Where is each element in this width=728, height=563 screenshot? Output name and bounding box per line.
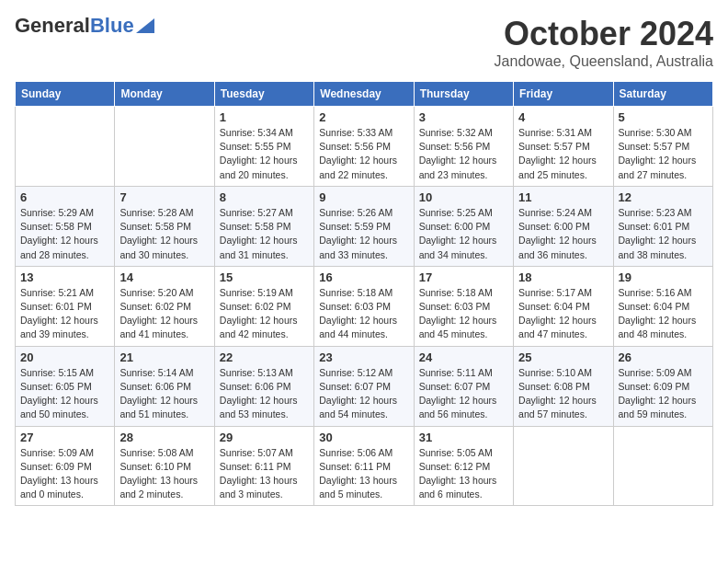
day-of-week-header: Friday	[514, 82, 613, 107]
calendar-day-cell: 31Sunrise: 5:05 AM Sunset: 6:12 PM Dayli…	[414, 426, 513, 506]
calendar-day-cell: 2Sunrise: 5:33 AM Sunset: 5:56 PM Daylig…	[314, 107, 414, 187]
calendar-day-cell: 16Sunrise: 5:18 AM Sunset: 6:03 PM Dayli…	[314, 266, 414, 346]
day-info: Sunrise: 5:25 AM Sunset: 6:00 PM Dayligh…	[419, 206, 508, 262]
day-number: 12	[619, 190, 708, 204]
calendar-day-cell: 29Sunrise: 5:07 AM Sunset: 6:11 PM Dayli…	[214, 426, 313, 506]
day-info: Sunrise: 5:15 AM Sunset: 6:05 PM Dayligh…	[20, 366, 109, 422]
calendar-day-cell: 3Sunrise: 5:32 AM Sunset: 5:56 PM Daylig…	[414, 107, 513, 187]
calendar-day-cell: 8Sunrise: 5:27 AM Sunset: 5:58 PM Daylig…	[214, 186, 313, 266]
location-title: Jandowae, Queensland, Australia	[495, 53, 713, 70]
day-info: Sunrise: 5:34 AM Sunset: 5:55 PM Dayligh…	[220, 126, 309, 182]
day-info: Sunrise: 5:13 AM Sunset: 6:06 PM Dayligh…	[220, 366, 309, 422]
day-info: Sunrise: 5:24 AM Sunset: 6:00 PM Dayligh…	[518, 206, 608, 262]
day-number: 7	[119, 190, 209, 204]
calendar-day-cell: 7Sunrise: 5:28 AM Sunset: 5:58 PM Daylig…	[115, 186, 214, 266]
calendar-day-cell	[613, 426, 712, 506]
day-info: Sunrise: 5:10 AM Sunset: 6:08 PM Dayligh…	[518, 366, 608, 422]
calendar-day-cell: 24Sunrise: 5:11 AM Sunset: 6:07 PM Dayli…	[414, 346, 513, 426]
day-info: Sunrise: 5:21 AM Sunset: 6:01 PM Dayligh…	[20, 286, 109, 342]
day-info: Sunrise: 5:11 AM Sunset: 6:07 PM Dayligh…	[419, 366, 508, 422]
calendar-day-cell: 6Sunrise: 5:29 AM Sunset: 5:58 PM Daylig…	[16, 186, 115, 266]
day-of-week-header: Monday	[115, 82, 214, 107]
calendar-day-cell: 15Sunrise: 5:19 AM Sunset: 6:02 PM Dayli…	[214, 266, 313, 346]
day-number: 1	[220, 110, 309, 124]
day-number: 11	[518, 190, 608, 204]
day-info: Sunrise: 5:09 AM Sunset: 6:09 PM Dayligh…	[20, 446, 109, 502]
calendar-day-cell	[115, 107, 214, 187]
calendar-day-cell: 17Sunrise: 5:18 AM Sunset: 6:03 PM Dayli…	[414, 266, 513, 346]
title-section: October 2024 Jandowae, Queensland, Austr…	[495, 15, 713, 70]
day-number: 21	[119, 350, 209, 364]
day-info: Sunrise: 5:28 AM Sunset: 5:58 PM Dayligh…	[119, 206, 209, 262]
calendar-day-cell: 11Sunrise: 5:24 AM Sunset: 6:00 PM Dayli…	[514, 186, 613, 266]
calendar-day-cell: 28Sunrise: 5:08 AM Sunset: 6:10 PM Dayli…	[115, 426, 214, 506]
month-title: October 2024	[495, 15, 713, 53]
day-number: 29	[220, 431, 309, 444]
day-number: 4	[518, 110, 608, 124]
logo: GeneralBlue	[15, 15, 154, 37]
day-number: 30	[319, 431, 408, 444]
calendar-day-cell: 22Sunrise: 5:13 AM Sunset: 6:06 PM Dayli…	[214, 346, 313, 426]
day-number: 9	[319, 190, 408, 204]
day-number: 31	[419, 431, 508, 444]
calendar-day-cell: 14Sunrise: 5:20 AM Sunset: 6:02 PM Dayli…	[115, 266, 214, 346]
day-number: 25	[518, 350, 608, 364]
calendar-day-cell: 13Sunrise: 5:21 AM Sunset: 6:01 PM Dayli…	[16, 266, 115, 346]
calendar-week-row: 1Sunrise: 5:34 AM Sunset: 5:55 PM Daylig…	[16, 107, 713, 187]
day-number: 8	[220, 190, 309, 204]
calendar-week-row: 13Sunrise: 5:21 AM Sunset: 6:01 PM Dayli…	[16, 266, 713, 346]
calendar-week-row: 6Sunrise: 5:29 AM Sunset: 5:58 PM Daylig…	[16, 186, 713, 266]
day-info: Sunrise: 5:14 AM Sunset: 6:06 PM Dayligh…	[119, 366, 209, 422]
day-of-week-header: Sunday	[16, 82, 115, 107]
day-info: Sunrise: 5:30 AM Sunset: 5:57 PM Dayligh…	[619, 126, 708, 182]
day-number: 22	[220, 350, 309, 364]
calendar-week-row: 20Sunrise: 5:15 AM Sunset: 6:05 PM Dayli…	[16, 346, 713, 426]
day-number: 13	[20, 270, 109, 284]
calendar-day-cell: 23Sunrise: 5:12 AM Sunset: 6:07 PM Dayli…	[314, 346, 414, 426]
calendar-day-cell	[514, 426, 613, 506]
day-info: Sunrise: 5:32 AM Sunset: 5:56 PM Dayligh…	[419, 126, 508, 182]
day-info: Sunrise: 5:08 AM Sunset: 6:10 PM Dayligh…	[119, 446, 209, 502]
day-info: Sunrise: 5:06 AM Sunset: 6:11 PM Dayligh…	[319, 446, 408, 502]
calendar-day-cell: 25Sunrise: 5:10 AM Sunset: 6:08 PM Dayli…	[514, 346, 613, 426]
day-number: 6	[20, 190, 109, 204]
day-number: 10	[419, 190, 508, 204]
day-info: Sunrise: 5:17 AM Sunset: 6:04 PM Dayligh…	[518, 286, 608, 342]
calendar-day-cell: 30Sunrise: 5:06 AM Sunset: 6:11 PM Dayli…	[314, 426, 414, 506]
calendar-day-cell: 9Sunrise: 5:26 AM Sunset: 5:59 PM Daylig…	[314, 186, 414, 266]
day-info: Sunrise: 5:27 AM Sunset: 5:58 PM Dayligh…	[220, 206, 309, 262]
day-of-week-header: Tuesday	[214, 82, 313, 107]
day-info: Sunrise: 5:07 AM Sunset: 6:11 PM Dayligh…	[220, 446, 309, 502]
day-number: 5	[619, 110, 708, 124]
calendar-week-row: 27Sunrise: 5:09 AM Sunset: 6:09 PM Dayli…	[16, 426, 713, 506]
calendar-day-cell: 26Sunrise: 5:09 AM Sunset: 6:09 PM Dayli…	[613, 346, 712, 426]
day-info: Sunrise: 5:33 AM Sunset: 5:56 PM Dayligh…	[319, 126, 408, 182]
logo-icon	[136, 15, 154, 33]
calendar-day-cell: 27Sunrise: 5:09 AM Sunset: 6:09 PM Dayli…	[16, 426, 115, 506]
calendar-header-row: SundayMondayTuesdayWednesdayThursdayFrid…	[16, 82, 713, 107]
day-info: Sunrise: 5:16 AM Sunset: 6:04 PM Dayligh…	[619, 286, 708, 342]
day-info: Sunrise: 5:05 AM Sunset: 6:12 PM Dayligh…	[419, 446, 508, 502]
calendar-day-cell: 5Sunrise: 5:30 AM Sunset: 5:57 PM Daylig…	[613, 107, 712, 187]
calendar-day-cell: 19Sunrise: 5:16 AM Sunset: 6:04 PM Dayli…	[613, 266, 712, 346]
page-header: GeneralBlue October 2024 Jandowae, Queen…	[15, 15, 713, 70]
calendar-day-cell: 18Sunrise: 5:17 AM Sunset: 6:04 PM Dayli…	[514, 266, 613, 346]
calendar-table: SundayMondayTuesdayWednesdayThursdayFrid…	[15, 81, 713, 506]
day-info: Sunrise: 5:31 AM Sunset: 5:57 PM Dayligh…	[518, 126, 608, 182]
calendar-day-cell: 4Sunrise: 5:31 AM Sunset: 5:57 PM Daylig…	[514, 107, 613, 187]
day-number: 26	[619, 350, 708, 364]
day-info: Sunrise: 5:19 AM Sunset: 6:02 PM Dayligh…	[220, 286, 309, 342]
day-number: 15	[220, 270, 309, 284]
day-number: 27	[20, 431, 109, 444]
svg-marker-0	[136, 18, 154, 33]
day-number: 23	[319, 350, 408, 364]
day-info: Sunrise: 5:09 AM Sunset: 6:09 PM Dayligh…	[619, 366, 708, 422]
day-of-week-header: Saturday	[613, 82, 712, 107]
day-number: 18	[518, 270, 608, 284]
day-info: Sunrise: 5:20 AM Sunset: 6:02 PM Dayligh…	[119, 286, 209, 342]
day-info: Sunrise: 5:18 AM Sunset: 6:03 PM Dayligh…	[319, 286, 408, 342]
day-of-week-header: Thursday	[414, 82, 513, 107]
day-number: 20	[20, 350, 109, 364]
day-info: Sunrise: 5:12 AM Sunset: 6:07 PM Dayligh…	[319, 366, 408, 422]
calendar-day-cell: 1Sunrise: 5:34 AM Sunset: 5:55 PM Daylig…	[214, 107, 313, 187]
